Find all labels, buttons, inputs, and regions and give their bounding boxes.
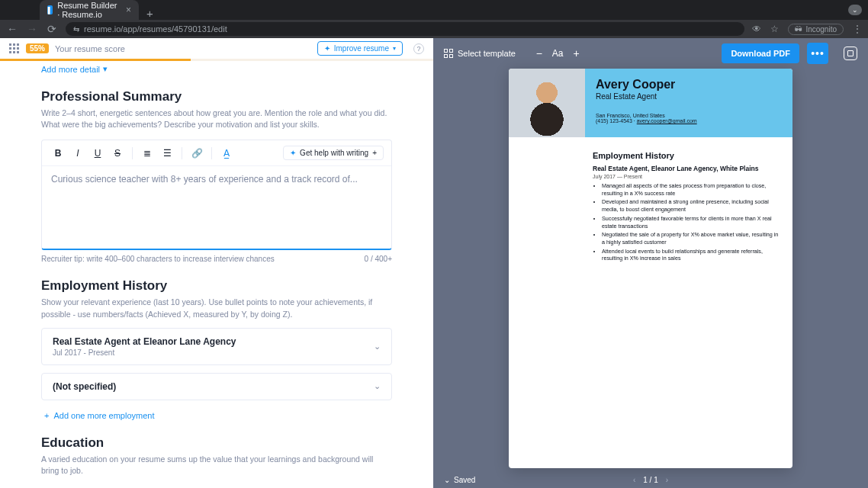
resume-role: Real Estate Agent [596,92,782,101]
employment-item-title: Real Estate Agent at Eleanor Lane Agency [53,336,236,347]
browser-tab[interactable]: ▌ Resume Builder · Resume.io × [40,0,139,20]
editor-panel: 55% Your resume score ✦ Improve resume ▾… [0,38,433,488]
download-pdf-button[interactable]: Download PDF [722,43,799,63]
resume-name: Avery Cooper [596,78,782,92]
education-description: A varied education on your resume sums u… [41,454,392,477]
score-bar: 55% Your resume score ✦ Improve resume ▾… [0,38,433,61]
prev-page-button[interactable]: ‹ [633,476,635,484]
plus-icon: + [372,149,377,157]
style-button[interactable]: A̲ [218,145,235,162]
site-info-icon[interactable]: ⇆ [73,25,79,34]
select-template-label: Select template [458,49,516,58]
back-button[interactable]: ← [6,23,18,35]
forward-button[interactable]: → [26,23,38,35]
bullet-list-button[interactable]: ☰ [159,145,175,162]
char-counter: 0 / 400+ [365,255,392,263]
chevron-down-icon: ▾ [103,64,108,74]
sparkle-icon: ✦ [324,44,330,53]
resume-section-title: Employment History [593,151,782,160]
add-more-detail-link[interactable]: Add more detail ▾ [41,64,392,74]
next-page-button[interactable]: › [666,476,668,484]
resume-bullet: Negotiated the sale of a property for X%… [602,231,782,246]
summary-editor: B I U S ≣ ☰ 🔗 A̲ ✦ Get help with writing… [41,140,392,250]
improve-resume-button[interactable]: ✦ Improve resume ▾ [317,41,403,56]
editor-toolbar: B I U S ≣ ☰ 🔗 A̲ ✦ Get help with writing… [42,140,391,166]
zoom-controls: − Aa + [534,47,582,59]
separator [182,147,182,159]
bookmark-icon[interactable]: ☆ [770,24,779,34]
select-template-button[interactable]: Select template [444,49,516,58]
strike-button[interactable]: S [109,145,126,162]
chevron-down-icon: ⌄ [374,381,381,391]
underline-button[interactable]: U [89,145,106,162]
ai-label: Get help with writing [300,149,368,157]
new-tab-button[interactable]: + [139,7,161,20]
url-text: resume.io/app/resumes/45790131/edit [84,24,227,34]
preview-footer: ⌄ Saved ‹ 1 / 1 › [433,471,868,488]
numbered-list-button[interactable]: ≣ [139,145,156,162]
address-bar[interactable]: ⇆ resume.io/app/resumes/45790131/edit [66,22,744,36]
employment-item[interactable]: Real Estate Agent at Eleanor Lane Agency… [41,328,392,365]
score-text: Your resume score [55,44,125,53]
summary-title: Professional Summary [41,89,392,104]
resume-bullet: Successfully negotiated favorable terms … [602,215,782,230]
close-tab-icon[interactable]: × [126,5,131,15]
settings-icon[interactable] [844,47,857,60]
add-detail-label: Add more detail [41,65,100,74]
italic-button[interactable]: I [69,145,86,162]
employment-item-title: (Not specified) [53,381,116,392]
summary-textarea[interactable]: Curious science teacher with 8+ years of… [42,166,391,249]
link-button[interactable]: 🔗 [188,145,205,162]
incognito-icon: 🕶 [795,25,802,34]
summary-placeholder: Curious science teacher with 8+ years of… [51,174,358,185]
add-employment-label: Add one more employment [53,411,154,420]
zoom-in-button[interactable]: + [571,47,582,59]
plus-icon: + [44,411,49,420]
reload-button[interactable]: ⟳ [46,23,58,35]
resume-job-dates: July 2017 — Present [593,174,782,179]
page-indicator: 1 / 1 [643,476,657,484]
resume-location: San Francisco, United States [596,113,665,118]
eye-off-icon[interactable]: 👁 [752,24,761,34]
chevron-down-icon: ⌄ [444,476,450,484]
tab-strip: ▌ Resume Builder · Resume.io × + [0,0,868,20]
resume-bullet: Attended local events to build relations… [602,248,782,262]
grid-icon [444,49,453,58]
chevron-down-icon: ⌄ [374,342,381,352]
zoom-out-button[interactable]: − [534,47,545,59]
window-expand-icon[interactable]: ⌄ [848,5,862,15]
browser-chrome: ⌄ ▌ Resume Builder · Resume.io × + ← → ⟳… [0,0,868,38]
page-navigator: ‹ 1 / 1 › [633,476,668,484]
chevron-down-icon: ▾ [393,45,396,52]
saved-indicator[interactable]: ⌄ Saved [444,476,475,484]
resume-email: avery.cooper@gmail.com [637,118,697,124]
education-title: Education [41,435,392,451]
employment-description: Show your relevant experience (last 10 y… [41,297,392,319]
resume-phone: (415) 123-4543 [596,118,632,124]
recruiter-tip: Recruiter tip: write 400–600 characters … [41,255,275,263]
separator [132,147,133,159]
resume-job-title: Real Estate Agent, Eleanor Lane Agency, … [593,165,782,172]
preview-toolbar: Select template − Aa + Download PDF ••• [433,38,868,69]
incognito-label: Incognito [805,25,837,34]
employment-item[interactable]: (Not specified) ⌄ [41,373,392,400]
browser-toolbar: ← → ⟳ ⇆ resume.io/app/resumes/45790131/e… [0,20,868,38]
resume-page: Avery Cooper Real Estate Agent San Franc… [509,69,792,468]
ai-help-button[interactable]: ✦ Get help with writing + [283,146,384,160]
improve-label: Improve resume [334,44,389,53]
sparkle-icon: ✦ [290,149,296,157]
employment-item-dates: Jul 2017 - Present [53,348,236,357]
employment-title: Employment History [41,278,392,294]
help-icon[interactable]: ? [413,43,424,54]
incognito-badge[interactable]: 🕶 Incognito [788,24,844,35]
add-employment-button[interactable]: + Add one more employment [41,411,392,420]
resume-bullet: Developed and maintained a strong online… [602,198,782,213]
more-options-button[interactable]: ••• [807,43,828,64]
tab-title: Resume Builder · Resume.io [57,1,121,19]
browser-menu-icon[interactable]: ⋮ [853,24,862,34]
preview-panel: Select template − Aa + Download PDF ••• … [433,38,868,488]
bold-button[interactable]: B [50,145,66,162]
score-badge: 55% [26,43,49,53]
apps-icon[interactable] [9,43,20,54]
font-size-icon: Aa [552,48,564,59]
